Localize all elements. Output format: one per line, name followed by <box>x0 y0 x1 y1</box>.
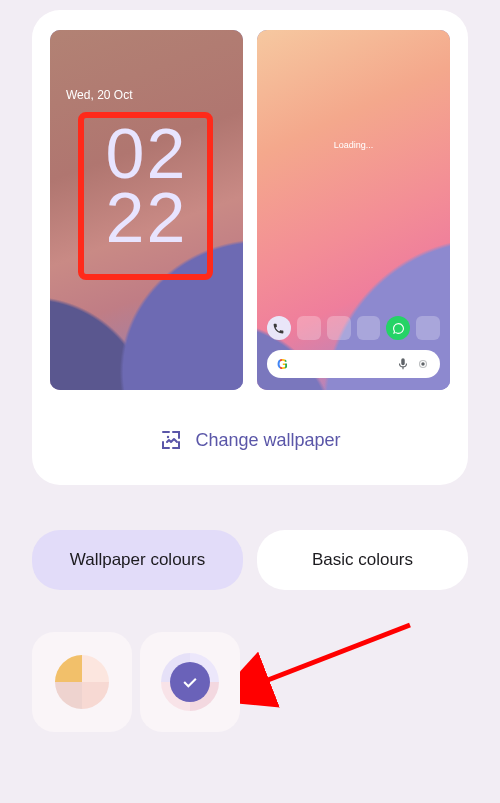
change-wallpaper-button[interactable]: Change wallpaper <box>50 428 450 452</box>
palette-preview-icon <box>161 653 219 711</box>
check-icon <box>180 672 200 692</box>
lockscreen-preview[interactable]: Wed, 20 Oct 02 22 <box>50 30 243 390</box>
colour-swatch-1[interactable] <box>32 632 132 732</box>
svg-point-0 <box>421 362 425 366</box>
colour-source-tabs: Wallpaper colours Basic colours <box>32 530 468 590</box>
tab-basic-colours[interactable]: Basic colours <box>257 530 468 590</box>
google-search-bar: G <box>267 350 440 378</box>
tab-label: Basic colours <box>312 550 413 570</box>
app-folder-icon <box>297 316 321 340</box>
wallpaper-icon <box>159 428 183 452</box>
mic-icon <box>396 357 410 371</box>
app-folder-icon <box>327 316 351 340</box>
svg-point-1 <box>167 436 169 438</box>
palette-preview-icon <box>55 655 109 709</box>
app-folder-icon <box>416 316 440 340</box>
change-wallpaper-label: Change wallpaper <box>195 430 340 451</box>
whatsapp-icon <box>386 316 410 340</box>
lockscreen-date: Wed, 20 Oct <box>66 88 132 102</box>
google-logo-icon: G <box>277 356 288 372</box>
app-folder-icon <box>357 316 381 340</box>
selected-check-badge <box>170 662 210 702</box>
loading-label: Loading... <box>257 140 450 150</box>
phone-app-icon <box>267 316 291 340</box>
wallpaper-preview-card: Wed, 20 Oct 02 22 Loading... <box>32 10 468 485</box>
tab-wallpaper-colours[interactable]: Wallpaper colours <box>32 530 243 590</box>
lens-icon <box>416 357 430 371</box>
annotation-highlight-box <box>78 112 213 280</box>
annotation-arrow <box>240 615 420 735</box>
colour-swatch-row <box>32 632 240 732</box>
preview-row: Wed, 20 Oct 02 22 Loading... <box>50 30 450 390</box>
app-dock <box>267 316 440 340</box>
homescreen-preview[interactable]: Loading... <box>257 30 450 390</box>
colour-swatch-2-selected[interactable] <box>140 632 240 732</box>
tab-label: Wallpaper colours <box>70 550 205 570</box>
